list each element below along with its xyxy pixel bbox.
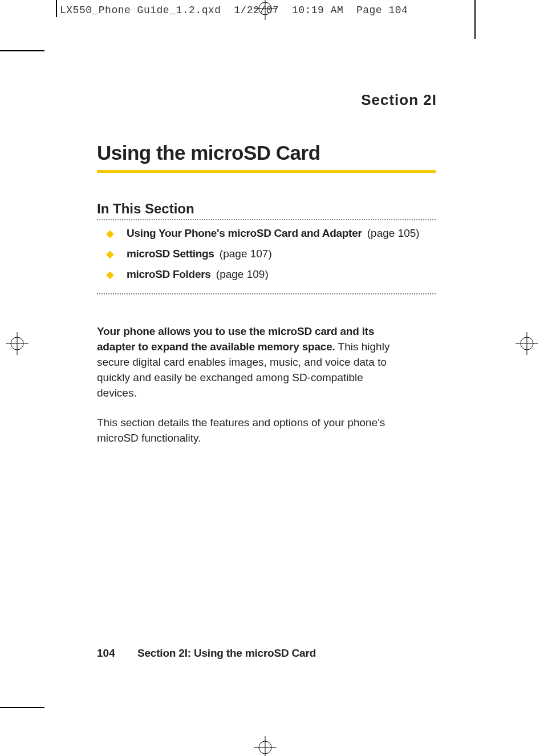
diamond-bullet-icon: ◆ [106,248,114,260]
crop-mark-horizontal-bottom [0,707,44,708]
dotted-divider-top [97,219,436,220]
page-label: Page 104 [356,5,408,16]
footer-page-number: 104 [97,647,115,659]
toc-page: (page 107) [220,248,272,260]
registration-mark-icon [254,0,277,20]
toc-item: ◆ Using Your Phone's microSD Card and Ad… [106,227,420,240]
page-title: Using the microSD Card [97,142,320,164]
page-footer: 104 Section 2I: Using the microSD Card [97,647,316,660]
toc-page: (page 109) [216,268,269,280]
title-underline [97,170,436,173]
toc-item: ◆ microSD Settings (page 107) [106,248,420,260]
diamond-bullet-icon: ◆ [106,227,114,240]
toc-title: microSD Folders [127,268,211,280]
crop-mark-vertical [56,0,57,17]
footer-text: Section 2I: Using the microSD Card [137,647,316,659]
body-paragraph-1: Your phone allows you to use the microSD… [97,324,393,401]
toc-list: ◆ Using Your Phone's microSD Card and Ad… [106,227,420,289]
toc-title: microSD Settings [127,248,214,260]
subsection-title: In This Section [97,201,194,217]
toc-title: Using Your Phone's microSD Card and Adap… [127,227,362,239]
section-label: Section 2I [361,91,437,109]
registration-mark-icon [515,332,538,355]
toc-item: ◆ microSD Folders (page 109) [106,268,420,281]
time: 10:19 AM [292,5,343,16]
page-content: Section 2I Using the microSD Card In Thi… [56,50,476,708]
registration-mark-icon [6,332,29,355]
diamond-bullet-icon: ◆ [106,268,114,281]
body-paragraph-2: This section details the features and op… [97,415,388,446]
filename: LX550_Phone Guide_1.2.qxd [60,5,221,16]
registration-mark-icon [254,736,277,756]
dotted-divider-bottom [97,293,436,294]
toc-page: (page 105) [367,227,420,239]
crop-mark-vertical-right [474,0,476,39]
crop-mark-horizontal-top [0,50,44,51]
para1-bold: Your phone allows you to use the microSD… [97,325,374,353]
print-header: LX550_Phone Guide_1.2.qxd 1/22/07 10:19 … [60,5,408,16]
